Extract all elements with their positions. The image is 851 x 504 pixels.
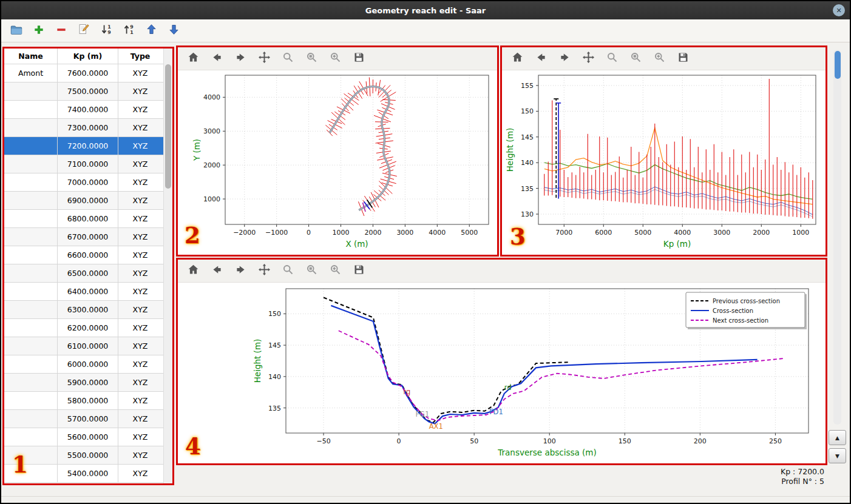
cell-kp: 6800.0000 xyxy=(58,210,118,227)
zoom-region-button[interactable] xyxy=(302,262,320,280)
cross-section-chart[interactable]: −50050100150200250135140145150Transverse… xyxy=(178,283,826,463)
table-row-kp-6200.0000[interactable]: 6200.0000XYZ xyxy=(4,319,172,337)
zoom-in-icon xyxy=(329,51,342,66)
table-row-kp-6800.0000[interactable]: 6800.0000XYZ xyxy=(4,210,172,228)
svg-text:0: 0 xyxy=(397,437,401,445)
add-section-button[interactable] xyxy=(30,22,48,40)
pan-button[interactable] xyxy=(255,262,273,280)
cell-kp: 6300.0000 xyxy=(58,301,118,318)
forward-button[interactable] xyxy=(231,262,249,280)
cell-kp: 5800.0000 xyxy=(58,392,118,409)
svg-text:0: 0 xyxy=(307,229,311,237)
table-header-kp-m-[interactable]: Kp (m) xyxy=(58,49,118,64)
save-icon xyxy=(353,263,365,278)
cell-name xyxy=(4,82,58,100)
table-row-kp-6700.0000[interactable]: 6700.0000XYZ xyxy=(4,228,172,246)
cell-name xyxy=(4,264,58,282)
table-row-kp-5500.0000[interactable]: 5500.0000XYZ xyxy=(4,446,172,465)
home-icon xyxy=(187,263,200,278)
table-row-kp-6500.0000[interactable]: 6500.0000XYZ xyxy=(4,264,172,283)
zoom-button[interactable] xyxy=(603,50,621,68)
table-row-kp-6900.0000[interactable]: 6900.0000XYZ xyxy=(4,192,172,210)
folder-icon xyxy=(10,23,23,39)
table-row-kp-7200.0000[interactable]: 7200.0000XYZ xyxy=(4,137,172,155)
profile-chart[interactable]: 7000600050004000300020001000130135140145… xyxy=(502,70,826,255)
cell-kp: 6700.0000 xyxy=(58,228,118,246)
home-button[interactable] xyxy=(508,50,526,68)
home-button[interactable] xyxy=(184,262,202,280)
pan-button[interactable] xyxy=(255,50,273,68)
cell-kp: 5500.0000 xyxy=(58,446,118,464)
table-row-kp-7400.0000[interactable]: 7400.0000XYZ xyxy=(4,101,172,119)
profile-down-button[interactable]: ▼ xyxy=(829,448,846,463)
annotation-2: 2 xyxy=(185,222,200,249)
table-row-kp-7300.0000[interactable]: 7300.0000XYZ xyxy=(4,119,172,137)
save-button[interactable] xyxy=(674,50,692,68)
profile-up-button[interactable]: ▲ xyxy=(829,430,846,445)
svg-text:155: 155 xyxy=(521,82,534,90)
svg-text:130: 130 xyxy=(521,210,534,218)
plan-view-chart[interactable]: −2000−1000010002000300040005000100020003… xyxy=(178,70,497,255)
save-button[interactable] xyxy=(350,50,368,68)
svg-text:2000: 2000 xyxy=(203,161,220,169)
table-row-kp-6100.0000[interactable]: 6100.0000XYZ xyxy=(4,337,172,355)
svg-text:6000: 6000 xyxy=(595,229,612,237)
zoom-region-button[interactable] xyxy=(302,50,320,68)
pan-button[interactable] xyxy=(579,50,597,68)
zoom-button[interactable] xyxy=(279,262,297,280)
table-row-kp-5600.0000[interactable]: 5600.0000XYZ xyxy=(4,428,172,446)
table-header-type[interactable]: Type xyxy=(118,49,162,64)
svg-text:9: 9 xyxy=(107,30,110,35)
sort-descending-button[interactable]: 91 xyxy=(120,22,138,40)
svg-text:Previous cross-section: Previous cross-section xyxy=(713,298,780,304)
edit-icon xyxy=(78,23,90,38)
sort-ascending-button[interactable]: 19 xyxy=(97,22,115,40)
cell-type: XYZ xyxy=(118,355,162,373)
cross-section-view-panel: −50050100150200250135140145150Transverse… xyxy=(176,258,827,465)
back-button[interactable] xyxy=(208,262,226,280)
forward-button[interactable] xyxy=(555,50,574,68)
table-scrollbar[interactable] xyxy=(163,49,172,483)
cell-type: XYZ xyxy=(118,155,162,173)
table-row-kp-5400.0000[interactable]: 5400.0000XYZ xyxy=(4,465,172,483)
table-row-kp-5800.0000[interactable]: 5800.0000XYZ xyxy=(4,392,172,410)
table-row-kp-6400.0000[interactable]: 6400.0000XYZ xyxy=(4,283,172,301)
cross-section-table-panel: NameKp (m)TypeAmont7600.0000XYZ7500.0000… xyxy=(2,47,174,485)
forward-button[interactable] xyxy=(231,50,249,68)
table-header-name[interactable]: Name xyxy=(4,49,58,64)
zoom-button[interactable] xyxy=(279,50,297,68)
table-row-kp-6300.0000[interactable]: 6300.0000XYZ xyxy=(4,301,172,319)
move-up-button[interactable] xyxy=(142,22,160,40)
table-row-kp-6600.0000[interactable]: 6600.0000XYZ xyxy=(4,246,172,264)
back-button[interactable] xyxy=(532,50,550,68)
remove-section-button[interactable] xyxy=(52,22,70,40)
right-scrollbar-thumb[interactable] xyxy=(835,51,841,79)
table-row-kp-6000.0000[interactable]: 6000.0000XYZ xyxy=(4,355,172,374)
close-button[interactable]: ✕ xyxy=(833,4,845,16)
table-row-kp-7100.0000[interactable]: 7100.0000XYZ xyxy=(4,155,172,173)
save-button[interactable] xyxy=(350,262,368,280)
back-button[interactable] xyxy=(208,50,226,68)
edit-section-button[interactable] xyxy=(75,22,93,40)
zoom-region-icon xyxy=(629,51,642,66)
zoom-region-button[interactable] xyxy=(626,50,645,68)
table-row-kp-7600.0000[interactable]: Amont7600.0000XYZ xyxy=(4,64,172,82)
open-button[interactable] xyxy=(7,22,25,40)
zoom-in-button[interactable] xyxy=(326,50,344,68)
svg-text:150: 150 xyxy=(521,107,534,115)
table-row-kp-7500.0000[interactable]: 7500.0000XYZ xyxy=(4,82,172,101)
table-scrollbar-thumb[interactable] xyxy=(165,64,171,189)
home-button[interactable] xyxy=(184,50,202,68)
cell-type: XYZ xyxy=(118,374,162,391)
table-row-kp-5700.0000[interactable]: 5700.0000XYZ xyxy=(4,410,172,428)
arrow-up-icon xyxy=(145,23,158,38)
right-scrollbar[interactable] xyxy=(833,50,841,425)
table-row-kp-5900.0000[interactable]: 5900.0000XYZ xyxy=(4,374,172,392)
move-down-button[interactable] xyxy=(164,22,183,40)
table-row-kp-7000.0000[interactable]: 7000.0000XYZ xyxy=(4,173,172,192)
cell-name xyxy=(4,192,58,209)
zoom-in-button[interactable] xyxy=(326,262,344,280)
pan-icon xyxy=(258,51,271,66)
zoom-in-button[interactable] xyxy=(650,50,668,68)
bottom-strip xyxy=(1,496,850,504)
